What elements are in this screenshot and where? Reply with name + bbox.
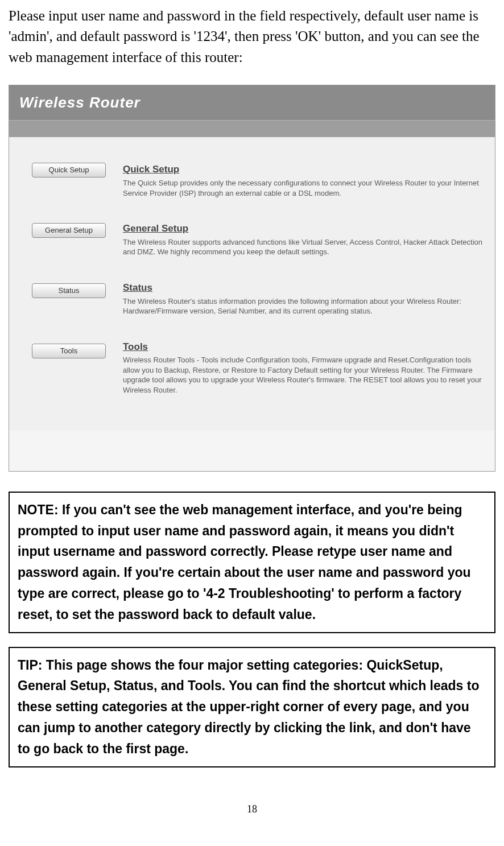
general-setup-desc: The Wireless Router supports advanced fu… [123,237,484,257]
status-button[interactable]: Status [32,283,106,298]
quick-setup-desc: The Quick Setup provides only the necess… [123,178,484,198]
tools-title[interactable]: Tools [123,340,484,354]
router-nav-buttons: Quick Setup General Setup Status Tools [20,163,123,419]
router-descriptions: Quick Setup The Quick Setup provides onl… [123,163,484,419]
router-header-title: Wireless Router [9,85,495,121]
general-setup-title[interactable]: General Setup [123,222,484,236]
quick-setup-section: Quick Setup The Quick Setup provides onl… [123,163,484,198]
status-title[interactable]: Status [123,281,484,295]
note-box: NOTE: If you can't see the web managemen… [9,492,495,633]
tip-box: TIP: This page shows the four major sett… [9,647,495,767]
router-top-bar [9,120,495,137]
status-desc: The Wireless Router's status information… [123,296,484,316]
tools-desc: Wireless Router Tools - Tools include Co… [123,355,484,395]
quick-setup-button[interactable]: Quick Setup [32,163,106,178]
general-setup-button[interactable]: General Setup [32,223,106,238]
page-number: 18 [9,802,495,816]
router-screenshot: Wireless Router Quick Setup General Setu… [9,85,495,472]
general-setup-section: General Setup The Wireless Router suppor… [123,222,484,257]
quick-setup-title[interactable]: Quick Setup [123,163,484,177]
status-section: Status The Wireless Router's status info… [123,281,484,316]
tools-section: Tools Wireless Router Tools - Tools incl… [123,340,484,395]
intro-paragraph: Please input user name and password in t… [9,6,495,68]
tools-button[interactable]: Tools [32,344,106,358]
router-body: Quick Setup General Setup Status Tools Q… [9,137,495,430]
